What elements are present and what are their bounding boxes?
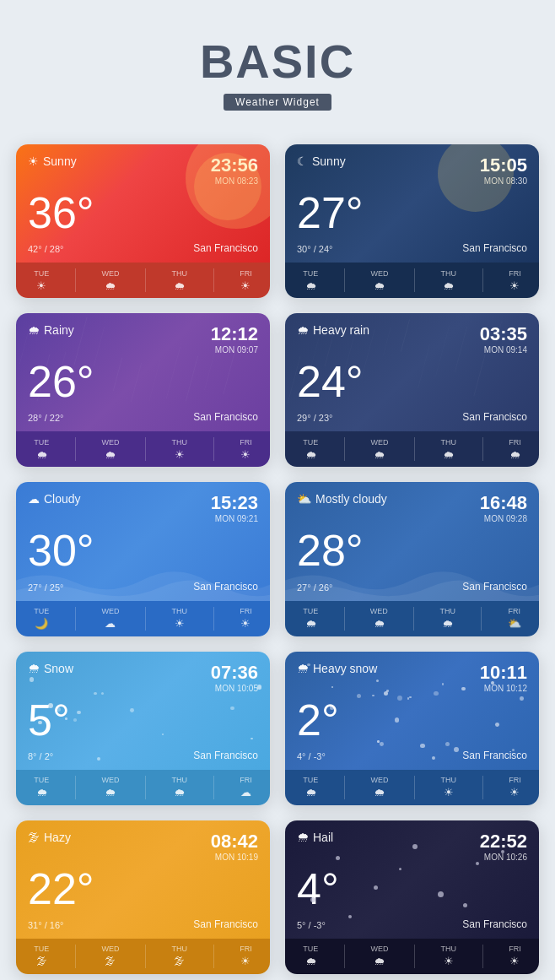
condition-icon: 🌨 [297,831,309,844]
forecast-item: THU ☀ [172,607,188,630]
forecast-item: FRI ☀ [509,945,521,967]
date-display: MON 08:30 [480,176,527,186]
forecast-item: TUE 🌧 [303,269,318,292]
forecast-day: FRI [240,607,252,615]
widget-main-sunny-night: ☾ Sunny 15:05 MON 08:30 27° 30° / 24° Sa… [285,144,539,263]
forecast-day: TUE [303,438,318,447]
widget-main-mostly-cloudy: ⛅ Mostly cloudy 16:48 MON 09:28 28° 27° … [285,482,539,600]
forecast-item: THU ☀ [441,945,457,967]
condition-label: Snow [44,662,73,675]
forecast-day: FRI [240,438,252,447]
forecast-item: THU 🌧 [440,607,456,630]
forecast-icon: ☀ [240,955,251,967]
forecast-icon: 🌧 [105,448,116,461]
widget-footer-heavy-snow: TUE 🌧 WED 🌧 THU ☀ FRI ☀ [285,770,539,805]
time-display: 22:52 [480,831,527,853]
temp-range: 27° / 26° [297,582,332,593]
temp-range: 27° / 25° [28,582,63,593]
city-name: San Francisco [462,242,527,254]
forecast-icon: ☀ [175,448,185,461]
forecast-day: THU [172,945,188,953]
forecast-item: THU 🌧 [172,776,188,799]
condition-row: 🌧 Rainy [28,323,74,337]
widget-cloudy: ☁ Cloudy 15:23 MON 09:21 30° 27° / 25° S… [16,482,270,636]
temp-range: 42° / 28° [28,244,63,254]
widget-main-snow: 🌨 Snow 07:36 MON 10:05 5° 8° / 2° San Fr… [16,652,270,770]
forecast-icon: ☀ [509,279,520,292]
condition-label: Hail [313,831,333,844]
forecast-day: TUE [34,776,49,784]
city-name: San Francisco [193,411,258,423]
forecast-icon: 🌫 [36,955,47,967]
temp-range: 29° / 23° [297,413,332,423]
forecast-day: TUE [303,945,318,953]
forecast-day: THU [172,776,188,784]
forecast-day: THU [441,776,457,784]
widget-rainy: 🌧 Rainy 12:12 MON 09:07 26° 28° / 22° Sa… [16,313,270,467]
time-display: 03:35 [480,323,527,345]
forecast-item: TUE 🌫 [34,945,49,967]
time-display: 15:05 [480,154,527,176]
forecast-icon: ☀ [240,617,251,630]
time-block: 08:42 MON 10:19 [211,831,258,862]
forecast-day: FRI [509,438,521,447]
city-name: San Francisco [193,581,258,593]
forecast-icon: 🌧 [36,448,47,461]
forecast-item: WED 🌫 [101,945,119,967]
date-display: MON 09:07 [211,345,258,355]
temperature-big: 27° [297,189,527,237]
forecast-icon: ⛅ [508,617,521,630]
widget-heavy-snow: 🌨 Heavy snow 10:11 MON 10:12 2° 4° / -3°… [285,652,539,805]
forecast-icon: ☀ [444,955,454,967]
time-block: 22:52 MON 10:26 [480,831,527,862]
time-block: 15:05 MON 08:30 [480,154,527,186]
widget-main-heavy-rain: 🌧 Heavy rain 03:35 MON 09:14 24° 29° / 2… [285,313,539,431]
temperature-big: 26° [28,358,258,406]
condition-label: Rainy [44,323,74,337]
forecast-icon: 🌫 [105,955,116,967]
forecast-day: FRI [240,945,252,953]
date-display: MON 10:26 [480,853,527,862]
city-name: San Francisco [462,750,527,761]
widget-footer-rainy: TUE 🌧 WED 🌧 THU ☀ FRI ☀ [16,431,270,467]
date-display: MON 09:14 [480,345,527,355]
forecast-day: TUE [303,269,318,278]
time-block: 23:56 MON 08:23 [211,154,258,186]
temperature-big: 28° [297,527,527,575]
widget-hail: 🌨 Hail 22:52 MON 10:26 4° 5° / -3° San F… [285,820,539,974]
forecast-day: THU [441,945,457,953]
condition-row: 🌧 Heavy rain [297,323,369,337]
city-name: San Francisco [462,581,527,593]
temperature-big: 4° [297,865,527,913]
time-display: 08:42 [211,831,258,853]
condition-row: 🌨 Snow [28,662,73,675]
widget-footer-hazy: TUE 🌫 WED 🌫 THU 🌫 FRI ☀ [16,939,270,974]
widget-main-hazy: 🌫 Hazy 08:42 MON 10:19 22° 31° / 16° San… [16,820,270,939]
forecast-item: TUE 🌧 [303,438,318,461]
forecast-icon: ☀ [444,786,454,799]
forecast-icon: 🌧 [374,617,385,630]
forecast-icon: 🌧 [174,786,185,799]
forecast-item: TUE 🌧 [303,607,318,630]
temp-range: 8° / 2° [28,751,53,761]
city-name: San Francisco [193,918,258,930]
forecast-icon: 🌧 [305,786,316,799]
widget-footer-sunny-night: TUE 🌧 WED 🌧 THU 🌧 FRI ☀ [285,263,539,298]
temperature-big: 5° [28,696,258,744]
widget-main-rainy: 🌧 Rainy 12:12 MON 09:07 26° 28° / 22° Sa… [16,313,270,431]
forecast-day: FRI [240,269,252,278]
forecast-icon: 🌧 [443,279,454,292]
widget-main-heavy-snow: 🌨 Heavy snow 10:11 MON 10:12 2° 4° / -3°… [285,652,539,770]
forecast-item: WED ☁ [101,607,119,630]
condition-icon: 🌧 [297,323,309,337]
forecast-item: WED 🌧 [370,438,388,461]
forecast-item: TUE 🌙 [34,607,49,630]
condition-row: ☾ Sunny [297,154,346,168]
temp-range: 30° / 24° [297,244,332,254]
forecast-item: WED 🌧 [370,607,388,630]
forecast-item: TUE 🌧 [34,776,49,799]
forecast-icon: 🌧 [305,955,316,967]
widget-snow: 🌨 Snow 07:36 MON 10:05 5° 8° / 2° San Fr… [16,652,270,805]
city-name: San Francisco [193,242,258,254]
forecast-icon: 🌧 [509,448,520,461]
